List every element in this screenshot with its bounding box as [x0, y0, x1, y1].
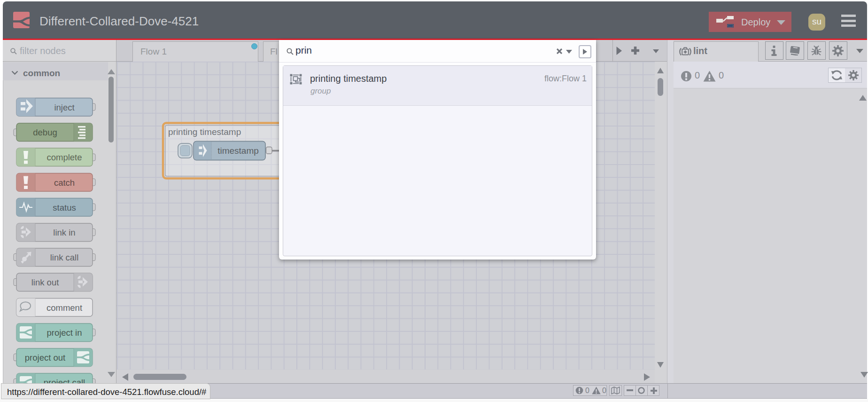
- svg-text:debug: debug: [33, 127, 57, 137]
- svg-text:status: status: [53, 203, 76, 213]
- svg-text:printing timestamp: printing timestamp: [168, 127, 241, 137]
- svg-text:project out: project out: [25, 353, 65, 363]
- svg-text:link in: link in: [53, 228, 75, 237]
- svg-text:catch: catch: [54, 178, 75, 188]
- svg-text:project in: project in: [46, 328, 82, 338]
- svg-text:timestamp: timestamp: [217, 146, 259, 156]
- svg-text:link out: link out: [31, 277, 59, 287]
- svg-text:project call: project call: [44, 378, 85, 383]
- svg-text:complete: complete: [46, 152, 82, 162]
- svg-text:link call: link call: [50, 252, 79, 262]
- svg-text:inject: inject: [54, 102, 74, 112]
- svg-text:comment: comment: [46, 303, 82, 313]
